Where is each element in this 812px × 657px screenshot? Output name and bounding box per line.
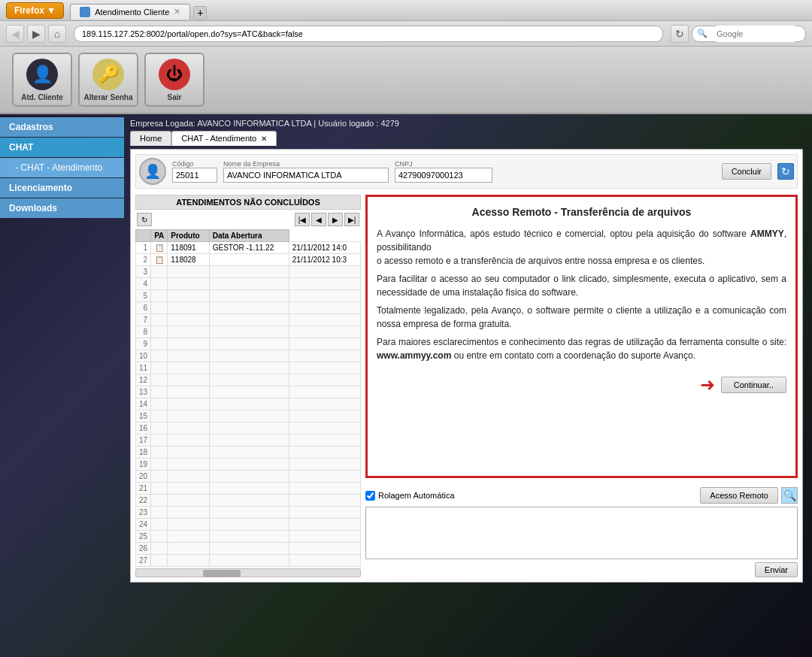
address-bar[interactable] (74, 26, 663, 42)
table-row[interactable]: 2 📋 118028 21/11/2012 10:3 (136, 254, 361, 266)
bottom-panel: Rolagem Automática Acesso Remoto 🔍 Envia… (365, 487, 798, 577)
tab-chat-atendimento[interactable]: CHAT - Atendimento ✕ (171, 131, 277, 146)
main-content: Cadastros CHAT - CHAT - Atendimento Lice… (0, 114, 812, 657)
sidebar-item-licenciamento[interactable]: Licenciamento (0, 178, 124, 198)
tab-chat-close-icon[interactable]: ✕ (261, 135, 267, 143)
acesso-remoto-group: Acesso Remoto 🔍 (700, 487, 798, 504)
table-row-empty: 24 (136, 519, 361, 531)
table-row-empty: 10 (136, 350, 361, 362)
alterar-senha-label: Alterar Senha (83, 93, 132, 101)
table-row-empty: 11 (136, 362, 361, 374)
row-pa: 118028 (168, 254, 209, 266)
send-button[interactable]: Enviar (755, 562, 798, 577)
sidebar-item-chat[interactable]: CHAT (0, 138, 124, 157)
scrollbar-thumb (203, 570, 241, 577)
home-button[interactable]: ⌂ (48, 25, 66, 43)
refresh-table-button[interactable]: ↻ (137, 213, 152, 226)
row-pa-icon: 📋 (151, 254, 168, 266)
table-row-empty: 21 (136, 483, 361, 495)
tab-close-icon[interactable]: ✕ (174, 7, 180, 17)
browser-tab-active[interactable]: Atendimento Cliente ✕ (70, 4, 190, 20)
table-row-empty: 14 (136, 398, 361, 410)
atd-cliente-icon: 👤 (32, 65, 53, 84)
sidebar-item-chat-atendimento[interactable]: - CHAT - Atendimento (0, 158, 124, 177)
table-row-empty: 27 (136, 555, 361, 567)
sidebar-item-cadastros[interactable]: Cadastros (0, 117, 124, 137)
col-pa: PA (151, 230, 168, 242)
sidebar: Cadastros CHAT - CHAT - Atendimento Lice… (0, 114, 124, 657)
table-scrollbar[interactable] (135, 568, 361, 577)
inner-tabs: Home CHAT - Atendimento ✕ (130, 131, 803, 146)
table-row-empty: 18 (136, 447, 361, 459)
table-row-empty: 6 (136, 302, 361, 314)
forward-button[interactable]: ▶ (27, 25, 45, 43)
col-produto: Produto (168, 230, 209, 242)
next-page-button[interactable]: ▶ (328, 213, 343, 226)
sidebar-item-downloads[interactable]: Downloads (0, 198, 124, 218)
prev-page-button[interactable]: ◀ (311, 213, 326, 226)
refresh-button[interactable]: ↻ (671, 25, 689, 43)
row-produto: GESTOR -1.11.22 (209, 242, 289, 254)
company-label: Nome da Empresa (223, 160, 389, 168)
table-row-empty: 12 (136, 374, 361, 386)
code-field-group: Código (172, 160, 217, 183)
right-panel: Empresa Logada: AVANCO INFORMATICA LTDA … (124, 114, 812, 657)
table-row[interactable]: 1 📋 118091 GESTOR -1.11.22 21/11/2012 14… (136, 242, 361, 254)
row-pa-icon: 📋 (151, 242, 168, 254)
row-data: 21/11/2012 14:0 (289, 242, 360, 254)
row-data: 21/11/2012 10:3 (289, 254, 360, 266)
remote-para-1: A Avanço Informática, após estudo técnic… (377, 227, 786, 268)
tab-home[interactable]: Home (130, 131, 171, 146)
remote-para-3: Totalmente legalizado, pela Avanço, o so… (377, 304, 786, 331)
table-row-empty: 26 (136, 543, 361, 555)
arrow-icon: ➜ (700, 374, 715, 395)
send-row: Enviar (365, 562, 798, 577)
page-background: 👤 Atd. Cliente 🔑 Alterar Senha ⏻ Sair Ca… (0, 47, 812, 657)
company-field-group: Nome da Empresa (223, 160, 389, 183)
sair-button[interactable]: ⏻ Sair (144, 53, 205, 107)
remote-access-text: A Avanço Informática, após estudo técnic… (377, 227, 786, 362)
last-page-button[interactable]: ▶| (344, 213, 359, 226)
cnpj-label: CNPJ (395, 160, 492, 168)
table-row-empty: 16 (136, 422, 361, 434)
remote-para-2: Para facilitar o acesso ao seu computado… (377, 272, 786, 299)
code-input[interactable] (172, 168, 217, 183)
table-row-empty: 9 (136, 338, 361, 350)
customer-avatar: 👤 (139, 158, 166, 185)
firefox-menu-button[interactable]: Firefox ▼ (6, 2, 64, 19)
table-row-empty: 17 (136, 434, 361, 447)
alterar-senha-button[interactable]: 🔑 Alterar Senha (78, 53, 138, 107)
attendance-table: PA Produto Data Abertura 1 📋 118091 (135, 229, 361, 567)
company-info-bar: Empresa Logada: AVANCO INFORMATICA LTDA … (130, 117, 803, 131)
chat-input[interactable] (365, 507, 798, 559)
company-input[interactable] (223, 168, 389, 183)
cnpj-input[interactable] (395, 168, 492, 183)
continue-row: ➜ Continuar.. (377, 374, 786, 395)
refresh-button-small[interactable]: ↻ (777, 163, 794, 180)
table-row-empty: 22 (136, 495, 361, 507)
table-row-empty: 5 (136, 290, 361, 302)
browser-tabs: Atendimento Cliente ✕ + (70, 2, 207, 20)
rolagem-label[interactable]: Rolagem Automática (365, 491, 455, 501)
search-bar-wrapper: 🔍 (692, 26, 806, 42)
cnpj-field-group: CNPJ (395, 160, 492, 183)
two-column-layout: ATENDIMENTOS NÃO CONCLUÍDOS ↻ |◀ ◀ ▶ ▶| (135, 195, 798, 577)
search-input[interactable] (710, 26, 801, 42)
continue-button[interactable]: Continuar.. (721, 377, 786, 393)
code-label: Código (172, 160, 217, 168)
magnify-button[interactable]: 🔍 (781, 487, 798, 504)
browser-navbar: ◀ ▶ ⌂ ↻ 🔍 (0, 21, 812, 47)
back-button[interactable]: ◀ (6, 25, 24, 43)
rolagem-checkbox[interactable] (365, 491, 375, 501)
remote-access-panel: Acesso Remoto - Transferência de arquivo… (365, 195, 798, 478)
new-tab-button[interactable]: + (193, 6, 207, 20)
row-num: 1 (136, 242, 151, 254)
conclude-button[interactable]: Concluir (722, 163, 771, 180)
col-num (136, 230, 151, 242)
acesso-remoto-button[interactable]: Acesso Remoto (700, 487, 778, 504)
atd-cliente-button[interactable]: 👤 Atd. Cliente (12, 53, 72, 107)
table-row-empty: 4 (136, 278, 361, 290)
table-row-empty: 19 (136, 459, 361, 471)
toolbar-area: 👤 Atd. Cliente 🔑 Alterar Senha ⏻ Sair (0, 47, 812, 114)
first-page-button[interactable]: |◀ (295, 213, 310, 226)
